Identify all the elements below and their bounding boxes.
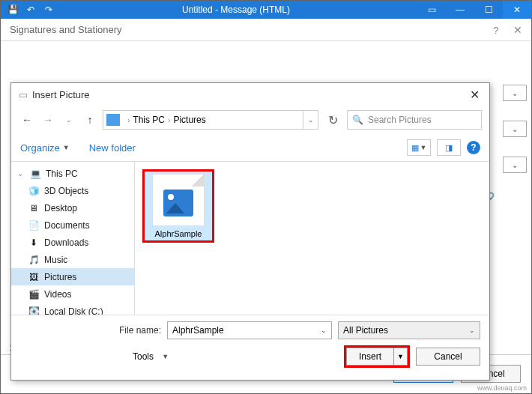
dialog-icon: ▭ bbox=[19, 89, 28, 100]
folder-icon: ⬇ bbox=[28, 237, 40, 248]
breadcrumb-folder[interactable]: Pictures bbox=[173, 115, 205, 125]
tree-item-pictures[interactable]: 🖼Pictures bbox=[11, 268, 134, 285]
folder-icon: 💽 bbox=[28, 306, 40, 315]
organize-menu[interactable]: Organize▼ bbox=[20, 142, 70, 154]
folder-icon: 🧊 bbox=[28, 186, 40, 196]
tree-item-videos[interactable]: 🎬Videos bbox=[11, 285, 134, 303]
save-icon[interactable]: 💾 bbox=[7, 4, 19, 15]
breadcrumb-root[interactable]: This PC bbox=[133, 115, 165, 125]
signatures-title: Signatures and Stationery bbox=[10, 24, 122, 35]
folder-icon: 🎬 bbox=[28, 289, 40, 300]
window-title: Untitled - Message (HTML) bbox=[55, 4, 417, 15]
folder-icon: 📄 bbox=[28, 220, 40, 231]
background-dropdown[interactable]: ⌄ bbox=[503, 157, 527, 173]
insert-dropdown-icon[interactable]: ▼ bbox=[394, 348, 408, 366]
cancel-button[interactable]: Cancel bbox=[416, 348, 480, 366]
folder-icon: 🖼 bbox=[28, 272, 40, 282]
tree-item-this-pc[interactable]: 💻This PC bbox=[11, 165, 134, 182]
breadcrumb[interactable]: › This PC › Pictures ⌄ bbox=[103, 110, 318, 130]
file-item-alphrsample[interactable]: AlphrSample bbox=[142, 169, 214, 243]
new-folder-button[interactable]: New folder bbox=[89, 142, 136, 154]
breadcrumb-dropdown-icon[interactable]: ⌄ bbox=[303, 111, 318, 129]
tree-item-music[interactable]: 🎵Music bbox=[11, 251, 134, 268]
folder-icon: 💻 bbox=[29, 169, 41, 179]
tree-item-downloads[interactable]: ⬇Downloads bbox=[11, 234, 134, 251]
redo-icon[interactable]: ↷ bbox=[43, 4, 55, 15]
tree-item-local-disk-c-[interactable]: 💽Local Disk (C:) bbox=[11, 303, 134, 315]
background-dropdown[interactable]: ⌄ bbox=[503, 121, 527, 137]
help-icon[interactable]: ? bbox=[467, 141, 480, 154]
close-dialog-icon[interactable]: ✕ bbox=[467, 88, 482, 102]
search-placeholder: Search Pictures bbox=[368, 115, 432, 125]
insert-button[interactable]: Insert bbox=[346, 348, 394, 366]
tree-item-documents[interactable]: 📄Documents bbox=[11, 216, 134, 234]
dialog-title: Insert Picture bbox=[32, 89, 90, 100]
help-icon[interactable]: ? bbox=[493, 25, 498, 36]
undo-icon[interactable]: ↶ bbox=[25, 4, 37, 15]
filename-label: File name: bbox=[119, 325, 161, 336]
insert-picture-dialog: ▭ Insert Picture ✕ ← → ⌄ ↑ › This PC › P… bbox=[10, 82, 490, 381]
back-icon[interactable]: ← bbox=[19, 112, 35, 128]
preview-pane-button[interactable]: ◨ bbox=[437, 139, 461, 156]
forward-icon: → bbox=[40, 112, 56, 128]
tree-item-desktop[interactable]: 🖥Desktop bbox=[11, 199, 134, 216]
watermark: www.deuaq.com bbox=[477, 384, 527, 392]
folder-icon: 🖥 bbox=[28, 203, 40, 213]
search-icon: 🔍 bbox=[352, 115, 363, 125]
up-icon[interactable]: ↑ bbox=[82, 112, 98, 128]
close-window-icon[interactable]: ✕ bbox=[503, 1, 531, 19]
recent-dropdown-icon[interactable]: ⌄ bbox=[61, 112, 77, 128]
view-mode-button[interactable]: ▦ ▼ bbox=[407, 139, 431, 156]
filename-input[interactable]: AlphrSample⌄ bbox=[167, 321, 332, 339]
file-list[interactable]: AlphrSample bbox=[135, 162, 489, 315]
background-dropdown[interactable]: ⌄ bbox=[503, 85, 527, 101]
folder-tree[interactable]: 💻This PC🧊3D Objects🖥Desktop📄Documents⬇Do… bbox=[11, 162, 135, 315]
file-thumbnail bbox=[152, 174, 205, 226]
search-input[interactable]: 🔍 Search Pictures bbox=[347, 110, 482, 130]
minimize-icon[interactable]: — bbox=[446, 1, 474, 19]
tree-item-3d-objects[interactable]: 🧊3D Objects bbox=[11, 182, 134, 199]
refresh-icon[interactable]: ↻ bbox=[323, 110, 342, 130]
folder-icon: 🎵 bbox=[28, 255, 40, 265]
file-type-filter[interactable]: All Pictures⌄ bbox=[338, 321, 480, 339]
tools-menu[interactable]: Tools ▼ bbox=[133, 351, 169, 362]
maximize-icon[interactable]: ☐ bbox=[474, 1, 503, 19]
pc-icon bbox=[106, 114, 120, 126]
signatures-header: Signatures and Stationery ? ✕ bbox=[1, 19, 531, 41]
close-sig-dialog-icon[interactable]: ✕ bbox=[513, 24, 522, 36]
file-label: AlphrSample bbox=[147, 229, 210, 238]
app-titlebar: 💾 ↶ ↷ Untitled - Message (HTML) ▭ — ☐ ✕ bbox=[1, 1, 531, 19]
ribbon-options-icon[interactable]: ▭ bbox=[417, 1, 446, 19]
